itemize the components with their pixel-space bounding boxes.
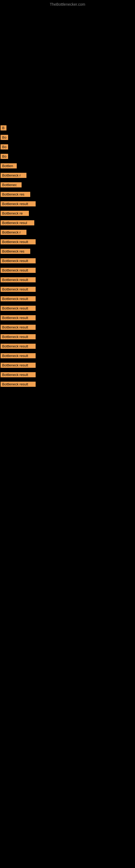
bottleneck-result-label: Bottleneck re bbox=[1, 211, 29, 216]
list-item: Bottleneck result bbox=[0, 361, 135, 369]
bottleneck-result-label: Bottlen bbox=[1, 163, 17, 168]
bottleneck-result-label: Bo bbox=[1, 154, 8, 159]
bottleneck-result-label: Bottleneck result bbox=[1, 296, 36, 301]
list-item: Bottleneck result bbox=[0, 371, 135, 379]
list-item: Bottleneck result bbox=[0, 342, 135, 350]
list-item: Bottleneck res bbox=[0, 190, 135, 198]
list-item: Bottleneck result bbox=[0, 266, 135, 275]
bottleneck-result-label: Bottleneck result bbox=[1, 201, 36, 207]
bottleneck-result-label: Bottleneck result bbox=[1, 325, 36, 330]
list-item: Bottleneck result bbox=[0, 199, 135, 208]
list-item: Bottleneck resul bbox=[0, 219, 135, 227]
list-item: B bbox=[0, 124, 135, 132]
bottleneck-result-label: Bottleneck r bbox=[1, 173, 27, 178]
bottleneck-result-label: Bottleneck result bbox=[1, 353, 36, 358]
bottleneck-result-label: Bottleneck result bbox=[1, 363, 36, 368]
list-item: Bottleneck result bbox=[0, 294, 135, 303]
list-item: Bottleneck result bbox=[0, 323, 135, 332]
list-item: Bottleneck result bbox=[0, 380, 135, 389]
list-item: Bottleneck res bbox=[0, 247, 135, 255]
list-item: Bottleneck result bbox=[0, 285, 135, 293]
list-item: Bottleneck result bbox=[0, 333, 135, 341]
list-item: Bo bbox=[0, 143, 135, 151]
bottleneck-result-label: Bottleneck result bbox=[1, 239, 36, 244]
rows-container: BBoBoBoBottlenBottleneck rBottlenecBottl… bbox=[0, 9, 135, 389]
list-item: Bottleneck result bbox=[0, 257, 135, 265]
bottleneck-result-label: Bottleneck result bbox=[1, 382, 36, 387]
bottleneck-result-label: Bottleneck result bbox=[1, 315, 36, 320]
list-item: Bo bbox=[0, 133, 135, 142]
list-item: Bo bbox=[0, 152, 135, 161]
bottleneck-result-label: Bottleneck result bbox=[1, 287, 36, 292]
list-item: Bottleneck result bbox=[0, 351, 135, 360]
list-item: Bottleneck r bbox=[0, 228, 135, 237]
list-item: Bottleneck result bbox=[0, 314, 135, 322]
bottleneck-result-label: Bottleneck res bbox=[1, 192, 30, 197]
bottleneck-result-label: Bottleneck result bbox=[1, 277, 36, 282]
list-item: Bottleneck result bbox=[0, 304, 135, 312]
site-title: TheBottlenecker.com bbox=[0, 0, 135, 9]
bottleneck-result-label: Bottleneck result bbox=[1, 372, 36, 377]
list-item: Bottleneck result bbox=[0, 276, 135, 284]
bottleneck-result-label: Bottleneck res bbox=[1, 249, 30, 254]
list-item: Bottleneck result bbox=[0, 238, 135, 246]
bottleneck-result-label: Bo bbox=[1, 144, 8, 150]
bottleneck-result-label: Bottleneck result bbox=[1, 344, 36, 349]
bottleneck-result-label: Bottleneck resul bbox=[1, 220, 34, 225]
bottleneck-result-label: Bottlenec bbox=[1, 182, 21, 187]
list-item: Bottlen bbox=[0, 162, 135, 170]
bottleneck-result-label: Bottleneck result bbox=[1, 268, 36, 273]
list-item: Bottlenec bbox=[0, 181, 135, 189]
bottleneck-result-label: Bottleneck result bbox=[1, 306, 36, 311]
list-item: Bottleneck re bbox=[0, 209, 135, 218]
bottleneck-result-label: Bottleneck result bbox=[1, 334, 36, 339]
bottleneck-result-label: Bottleneck r bbox=[1, 230, 27, 235]
bottleneck-result-label: Bottleneck result bbox=[1, 258, 36, 264]
list-item: Bottleneck r bbox=[0, 171, 135, 180]
bottleneck-result-label: B bbox=[1, 125, 6, 130]
bottleneck-result-label: Bo bbox=[1, 135, 8, 140]
